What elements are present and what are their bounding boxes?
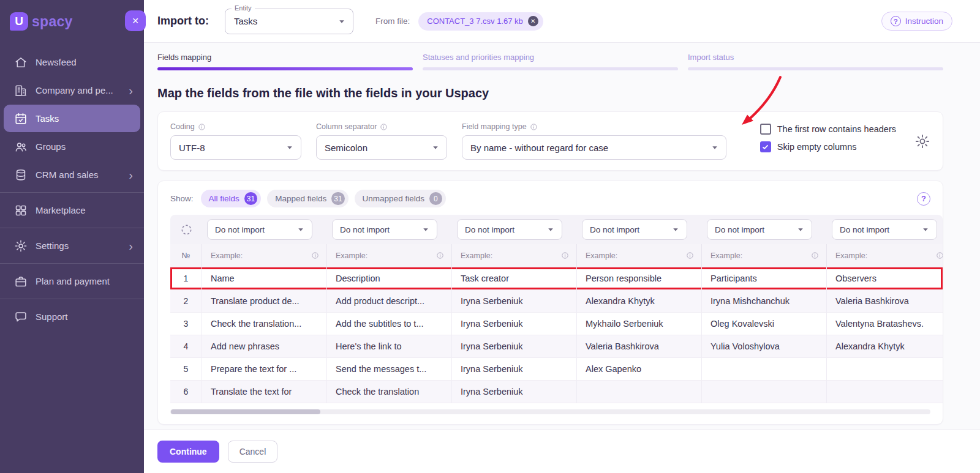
column-mapping-select[interactable]: Do not import (207, 219, 312, 240)
instruction-button[interactable]: ? Instruction (881, 12, 952, 31)
info-icon (686, 251, 694, 259)
table-cell: Translate product de... (202, 290, 327, 312)
chevron-down-icon (295, 224, 306, 235)
entity-value: Tasks (234, 16, 257, 26)
uspacy-logo[interactable]: U spacy (10, 12, 73, 31)
sidebar-item-marketplace[interactable]: Marketplace (4, 196, 140, 224)
table-cell (827, 381, 943, 403)
steps-bar: Fields mappingStatuses and priorities ma… (157, 53, 943, 70)
settings-gear-icon[interactable] (914, 133, 930, 149)
filter-chip-mapped-fields[interactable]: Mapped fields31 (267, 190, 348, 207)
column-mapping-cell: Do not import (452, 215, 577, 244)
coding-field-label: Coding (170, 122, 301, 131)
first-row-headers-label: The first row contains headers (777, 124, 896, 134)
table-cell: Iryna Serbeniuk (452, 335, 577, 357)
step-progress-bar (423, 67, 678, 70)
column-mapping-select[interactable]: Do not import (457, 219, 562, 240)
field-mapping-type-field: Field mapping type By name - without reg… (462, 122, 726, 160)
chip-label: All fields (209, 194, 239, 203)
gear-icon (14, 239, 28, 253)
sidebar-item-label: Support (36, 311, 68, 322)
filter-chip-all-fields[interactable]: All fields31 (201, 190, 262, 207)
table-cell: Iryna Serbeniuk (452, 290, 577, 312)
chip-count-badge: 31 (331, 192, 344, 205)
table-cell: Description (327, 267, 452, 289)
horizontal-scrollbar[interactable] (170, 409, 930, 414)
sidebar-close-button[interactable]: ✕ (125, 10, 146, 31)
table-cell (702, 381, 827, 403)
cancel-button[interactable]: Cancel (228, 441, 278, 463)
chat-icon (14, 310, 28, 324)
skip-empty-columns-label: Skip empty columns (777, 142, 857, 152)
sidebar-item-crm-and-sales[interactable]: CRM and sales› (4, 161, 140, 188)
filter-chips: All fields31Mapped fields31Unmapped fiel… (201, 190, 446, 207)
field-mapping-type-select[interactable]: By name - without regard for case (462, 135, 726, 160)
marketplace-icon (14, 204, 28, 217)
field-mapping-type-field-label: Field mapping type (462, 122, 726, 131)
column-mapping-value: Do not import (840, 225, 889, 234)
step-progress-bar (688, 67, 943, 70)
groups-icon (14, 140, 28, 154)
example-label: Example: (835, 251, 867, 260)
coding-field: Coding UTF-8 (170, 122, 301, 160)
column-mapping-select[interactable]: Do not import (832, 219, 937, 240)
main-area: Import to: Entity Tasks From file: CONTA… (144, 0, 980, 473)
sidebar-item-label: Marketplace (36, 205, 86, 215)
sidebar-item-groups[interactable]: Groups (4, 133, 140, 160)
column-mapping-cell: Do not import (577, 215, 702, 244)
coding-label: Coding (170, 122, 195, 131)
chevron-down-icon (670, 224, 681, 235)
table-cell: Prepare the text for ... (202, 358, 327, 380)
skip-empty-columns-checkbox[interactable] (760, 141, 771, 152)
sidebar-item-label: CRM and sales (36, 169, 99, 180)
table-row: 2Translate product de...Add product desc… (170, 290, 943, 313)
import-to-label: Import to: (157, 15, 209, 28)
first-row-headers-option[interactable]: The first row contains headers (760, 124, 896, 135)
sidebar: U spacy ✕ NewsfeedCompany and pe...›Task… (0, 0, 144, 473)
example-label: Example: (461, 251, 492, 260)
sidebar-item-settings[interactable]: Settings› (4, 232, 140, 259)
table-cell: Check the translation... (202, 313, 327, 335)
help-icon[interactable]: ? (917, 192, 930, 206)
table-cell: Add product descript... (327, 290, 452, 312)
number-column-header: № (170, 244, 202, 267)
step-label: Import status (688, 53, 943, 62)
table-cell: Iryna Mishchanchuk (702, 290, 827, 312)
info-icon (530, 123, 538, 131)
chip-label: Unmapped fields (363, 194, 424, 203)
skip-empty-columns-option[interactable]: Skip empty columns (760, 141, 896, 152)
table-row: 4Add new phrasesHere's the link toIryna … (170, 335, 943, 358)
import-options-card: Coding UTF-8 Column separator Semicolon (157, 111, 943, 171)
sync-cell (170, 215, 202, 244)
table-cell: Observers (827, 267, 943, 289)
scrollbar-thumb[interactable] (171, 409, 320, 414)
example-label: Example: (586, 251, 617, 260)
column-separator-select[interactable]: Semicolon (316, 135, 447, 160)
field-mapping-type-label: Field mapping type (462, 122, 527, 131)
uspacy-logo-icon: U (10, 12, 28, 31)
checkbox-group: The first row contains headers Skip empt… (760, 122, 896, 152)
sidebar-item-newsfeed[interactable]: Newsfeed (4, 48, 140, 76)
remove-file-icon[interactable]: ✕ (528, 16, 538, 26)
column-mapping-value: Do not import (465, 225, 514, 234)
continue-button[interactable]: Continue (157, 441, 219, 463)
example-label: Example: (211, 251, 243, 260)
sidebar-item-plan-and-payment[interactable]: Plan and payment (4, 267, 140, 295)
example-header-cell: Example: (702, 244, 827, 267)
step-tab-3[interactable]: Import status (688, 53, 943, 70)
instruction-label: Instruction (905, 17, 943, 26)
column-mapping-select[interactable]: Do not import (582, 219, 687, 240)
sidebar-item-label: Tasks (36, 113, 59, 124)
filter-chip-unmapped-fields[interactable]: Unmapped fields0 (355, 190, 446, 207)
step-tab-1[interactable]: Fields mapping (157, 53, 413, 70)
sidebar-item-company-and-people[interactable]: Company and pe...› (4, 76, 140, 104)
sidebar-item-support[interactable]: Support (4, 303, 140, 330)
entity-select[interactable]: Entity Tasks (225, 9, 353, 34)
column-mapping-select[interactable]: Do not import (332, 219, 437, 240)
step-tab-2[interactable]: Statuses and priorities mapping (423, 53, 678, 70)
first-row-headers-checkbox[interactable] (760, 124, 771, 135)
sidebar-item-tasks[interactable]: Tasks (4, 105, 140, 132)
table-cell: Valeria Bashkirova (577, 335, 702, 357)
column-mapping-select[interactable]: Do not import (707, 219, 812, 240)
coding-select[interactable]: UTF-8 (170, 135, 301, 160)
